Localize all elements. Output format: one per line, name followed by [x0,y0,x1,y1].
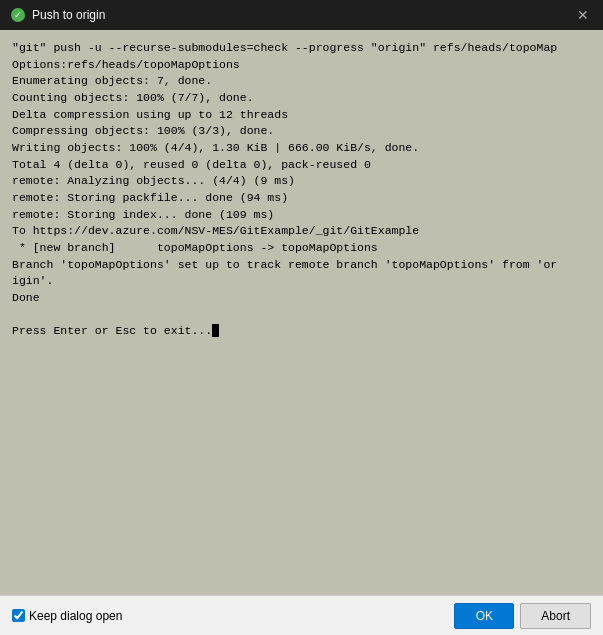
footer-left: Keep dialog open [12,609,122,623]
keep-dialog-open-text: Keep dialog open [29,609,122,623]
dialog-title: Push to origin [32,8,105,22]
check-circle-icon: ✓ [11,8,25,22]
success-icon: ✓ [10,7,26,23]
title-bar-left: ✓ Push to origin [10,7,105,23]
terminal-cursor [212,324,219,337]
terminal-output: "git" push -u --recurse-submodules=check… [4,34,599,591]
title-bar: ✓ Push to origin ✕ [0,0,603,30]
footer-bar: Keep dialog open OK Abort [0,595,603,635]
keep-dialog-open-label[interactable]: Keep dialog open [12,609,122,623]
footer-right: OK Abort [454,603,591,629]
abort-button[interactable]: Abort [520,603,591,629]
keep-dialog-open-checkbox[interactable] [12,609,25,622]
ok-button[interactable]: OK [454,603,514,629]
content-area: "git" push -u --recurse-submodules=check… [0,30,603,595]
close-button[interactable]: ✕ [573,5,593,25]
